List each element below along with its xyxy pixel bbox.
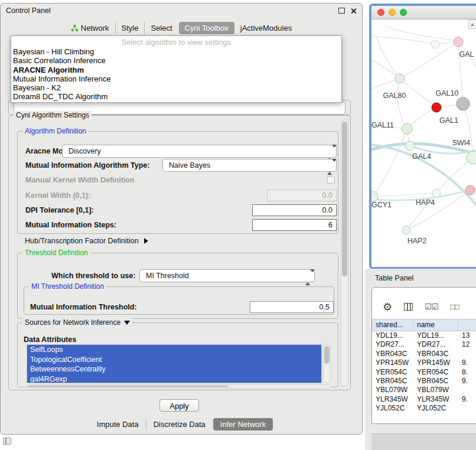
table-row[interactable]: YJL052CYJL052C [372,404,476,413]
sources-title[interactable]: Sources for Network Inference [22,318,132,327]
network-node[interactable] [432,103,441,112]
tab-style[interactable]: Style [115,22,145,34]
table-row[interactable]: YBL079WYBL079W [372,386,476,394]
attributes-vscrollbar-thumb[interactable] [324,346,330,364]
tab-label: Style [122,24,139,32]
network-node[interactable] [431,40,439,48]
dpi-tolerance-label: DPI Tolerance [0,1]: [25,206,94,215]
network-edge[interactable] [371,36,435,44]
mi-threshold-group: MI Threshold Definition Mutual Informati… [24,286,334,315]
attribute-item[interactable]: BetweennessCentrality [27,364,321,374]
table-cell: YER054C [372,368,413,377]
network-node[interactable] [454,37,463,47]
which-threshold-combobox[interactable]: MI Threshold [139,269,315,282]
close-window-icon[interactable] [350,8,357,14]
table-cell: YBR043C [372,350,413,358]
column-header[interactable] [458,319,476,331]
window-controls [338,8,357,14]
tab-impute-data[interactable]: Impute Data [90,418,146,431]
node-label: GCY1 [371,201,392,209]
network-edge[interactable] [373,129,407,197]
tab-label: Impute Data [97,420,139,429]
tab-cyni-toolbox[interactable]: Cyni Toolbox [179,22,234,34]
table-cell: 12 [458,340,476,349]
expander-expanded-icon [124,321,130,325]
attributes-hscrollbar-thumb[interactable] [28,386,229,387]
tab-network[interactable]: Network [65,22,115,34]
network-node[interactable] [395,74,405,83]
float-window-icon[interactable] [338,8,345,14]
algorithm-option[interactable]: ARACNE Algorithm [11,66,341,74]
threshold-definition-title: Threshold Definition [22,249,90,257]
network-node[interactable] [402,226,410,234]
network-edge[interactable] [371,60,400,79]
tab-label: Cyni Toolbox [185,24,229,32]
mi-type-combobox[interactable]: Naive Bayes [162,159,337,172]
dpi-tolerance-field[interactable]: 0.0 [252,204,337,216]
table-cell: YBR045C [372,377,413,386]
attribute-item[interactable]: TopologicalCoefficient [27,355,321,365]
table-row[interactable]: YBR045CYBR045C9. [372,377,476,386]
apply-button[interactable]: Apply [159,399,199,412]
tab-jactivemodules[interactable]: jActiveModules [234,22,298,34]
network-scrollbar-up-button[interactable] [468,19,476,29]
algorithm-option[interactable]: Bayesian - K2 [11,83,341,92]
column-header[interactable]: name [413,319,458,331]
attributes-vscrollbar[interactable] [323,344,331,383]
mi-steps-label: Mutual Information Steps: [25,220,116,230]
network-edge[interactable] [400,42,458,79]
settings-scrollbar-thumb[interactable] [342,122,347,276]
network-edge[interactable] [376,35,400,79]
table-row[interactable]: YPR145WYPR145W9. [372,358,476,367]
column-header[interactable]: shared... [372,319,413,331]
algorithm-option[interactable]: Bayesian - Hill Climbing [11,47,341,56]
sources-group: Sources for Network Inference Data Attri… [17,322,338,387]
table-row[interactable]: YDR27...YDR27...12 [372,340,476,349]
attribute-item[interactable]: SelfLoops [27,345,321,355]
tab-infer-network[interactable]: Infer Network [213,418,273,431]
network-node[interactable] [402,123,412,134]
table-cell: YBL079W [372,386,413,394]
kernel-width-field[interactable]: 0.0 [267,190,337,201]
network-canvas[interactable]: GALGAL80GAL10GAL1GAL11SWI4GAL4GCY1HAP4HA… [371,19,476,267]
network-node[interactable] [465,185,475,195]
network-tab-icon [71,24,79,32]
manual-kernel-width-checkbox[interactable] [327,176,335,184]
which-threshold-value: MI Threshold [140,270,314,282]
deselect-all-checkboxes-icon[interactable]: □□ [450,303,459,311]
algorithm-option[interactable]: Dream8 DC_TDC Algorithm [11,92,341,101]
table-row[interactable]: YLR345WYLR345W9. [372,395,476,404]
gear-icon[interactable]: ⚙ [383,302,392,312]
select-all-checkboxes-icon[interactable]: ☑☑ [425,303,438,311]
panel-dock-icon[interactable] [3,438,11,445]
columns-icon[interactable] [404,303,413,311]
tab-discretize-data[interactable]: Discretize Data [146,418,213,431]
hub-definition-expander[interactable]: Hub/Transcription Factor Definition [25,237,148,245]
mi-threshold-field[interactable]: 0.5 [250,301,334,313]
settings-scrollbar[interactable] [341,119,348,386]
algorithm-option[interactable]: Basic Correlation Inference [11,56,341,65]
network-edge[interactable] [373,193,436,197]
tab-select[interactable]: Select [144,22,178,34]
control-panel-window: Control Panel Network Style Select Cyni … [0,3,363,435]
network-node[interactable] [432,189,441,197]
table-row[interactable]: YBR043CYBR043C [372,350,476,358]
network-node[interactable] [457,97,470,110]
control-panel-titlebar: Control Panel [1,4,362,18]
close-traffic-light[interactable] [377,9,384,16]
table-toolbar: ⚙ ☑☑ □□ [372,288,476,317]
table-row[interactable]: YER054CYER054C8. [372,368,476,377]
algorithm-option[interactable]: Mutual Information Inference [11,74,341,83]
network-node[interactable] [405,141,415,151]
mi-steps-field[interactable]: 6 [252,219,337,231]
network-edge[interactable] [397,79,407,129]
table-row[interactable]: YDL19...YDL19...13 [372,331,476,340]
algorithm-definition-title: Algorithm Definition [22,127,89,136]
attribute-item[interactable]: gal4RGexp [27,374,321,384]
aracne-mode-combobox[interactable]: Discovery [62,145,337,158]
data-attributes-list: SelfLoopsTopologicalCoefficientBetweenne… [27,344,322,383]
bottom-tab-bar: Impute Data Discretize Data Infer Networ… [1,418,362,431]
attributes-hscrollbar[interactable] [27,384,331,389]
minimize-traffic-light[interactable] [389,9,396,16]
zoom-traffic-light[interactable] [400,9,407,16]
